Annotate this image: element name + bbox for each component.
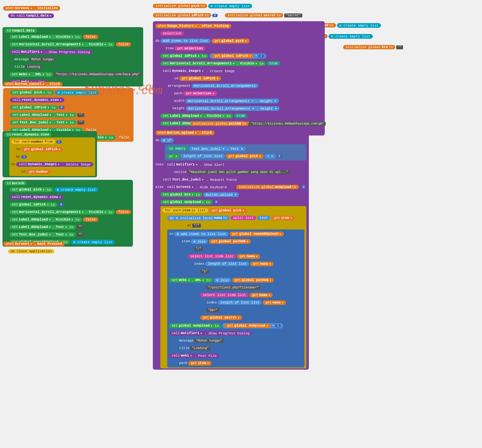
init-pathgb: initialize global pathGB to [190,121,249,126]
num-1-noupload: 1 [275,324,281,327]
get-global-idpick-pill: get global idPick ▾ [21,147,63,152]
get-idpick-id: get global idPick ▾ [179,76,221,81]
set-textbox-text-1: set Text_Box_judul ▾ . Text ▾ to [10,120,76,125]
init-global-secret: initialize global secret to [225,13,283,17]
set-web1-url2: set Web1 ▾ . URL ▾ to [169,278,213,283]
num-0-1: 0 [59,106,65,109]
create-empty-list2: ⚙ create empty list [54,187,98,192]
for-each-item: for each item in list [162,208,208,213]
loading-val2: "Loading" [190,346,210,350]
get-nama-len2: get nama ▾ [263,300,286,305]
in-label: in [169,232,173,236]
set-global-idpick-plus: set global idPick ▾ to [160,54,208,58]
set-textbox-text-2: set Text_Box_judul ▾ . Text ▾ to [9,232,76,237]
num-1-2: 1 [21,155,27,159]
init-global-pick-group: initialize global pick to ⚙ create empty… [153,2,252,9]
set-global-idpick-02: set global idPick ▾ to [9,202,57,207]
call-dynamic-delete: call Dynamic_Image1 ▾ . Delete Image [16,162,93,167]
when-imagepicker: when Image_Picker1 ▾ . After Picking [155,24,231,28]
when-btn-upload: when Button_upload ▾ . Click [155,130,215,135]
set-noupload-plus: set global noUpload ▾ to [169,323,221,328]
get-selection-pill: get selection [174,46,205,51]
do-call-tampil: do call tampil_data ▾ [8,13,54,18]
init-global-idpick: initialize global idPick to [153,13,211,17]
bp-str: "&p=" [207,308,219,312]
height-label-img: height [173,106,185,110]
empty-str-4: "" [77,233,84,237]
index-label2: index [207,301,217,304]
by-label: by [16,155,20,159]
call-notifier-show1: call Notifier1 ▾ . Show Progress Dialog [9,50,92,54]
message-label2: message [179,339,193,342]
set-label-text-1: set Label_GbUpload ▾ . Text ▾ to [10,113,76,117]
textbox-text-pill: Text_Box_judul ▾ . Text ▾ [189,146,246,151]
selection-badge: selection [160,31,184,36]
init-btn-group: initialize global btn to "" [343,44,403,51]
get-item-pill: get item ▾ [271,216,295,220]
get-pathgb-in: get global pathGB ▾ [209,239,251,244]
get-namagbupload: get global namaGBUpload ▾ [230,232,284,236]
horiz-arrangement-pill: Horizontal_Scroll_Arrangement1 [192,84,258,88]
call-web1-post: call Web1 ▾ . Post File [169,353,219,358]
false-val2: false [116,42,131,47]
get-global-pick-len: get global pick ▾ [226,154,264,159]
call-notifier-progress: call Notifier1 ▾ . Show Progress Dialog [169,331,252,336]
id-label-img: id [174,76,178,80]
init-global-pick: initialize global pick to [153,4,207,8]
init-noupload: initialize global noUpload to [236,185,299,189]
select-list-item1: select list item list [188,254,236,258]
length-list-pill: length of list list [181,154,225,158]
num-0-noupload2: 0 [213,200,219,204]
num-0-2: 0 [58,203,64,206]
empty-str-1: "" [77,113,84,117]
set-global-pick-empty1: set global pick ▾ to [10,90,54,95]
do-label-reset: do [11,162,15,166]
to-tampil-label: to tampil_data [4,28,37,33]
create-empty-list-pick: ⚙ create empty list [208,4,252,8]
false-val6: false [83,217,98,222]
when-screen1-init-group: when Screen1 ▾ . initialize do call tamp… [3,5,60,19]
horiz-height1: Horizontal_Scroll_Arrangement1 ▾ . Heigh… [185,99,279,103]
arrangement-label: arrangement [168,84,191,88]
str-1-val: "1" [200,269,209,273]
item-label-in: item [182,239,190,243]
init-noupload-group: initialize global noUpload to 0 [236,185,306,189]
set-label-text-2: set Label_GbUpload ▾ . Text ▾ to [9,225,76,229]
call-dynamic-create-img: call Dynamic_Image1 ▾ . Create Image [160,69,237,73]
title-label1: title [14,65,25,69]
create-empty-list-nama: ⚙ create empty list [337,23,381,28]
do-init-local-nama: do ⚙ initialize local nama to [167,216,230,220]
init-pathgb-group: initialize global pathGB to "https://kic… [190,120,326,127]
mohon-tunggu-val2: "Mohon tunggu" [194,339,224,343]
horiz-height2: Horizontal_Scroll_Arrangement1 ▾ . Heigh… [186,106,280,111]
get-global-pick-foreach: get global pick ▾ [209,208,247,213]
get-nama-len1: get nama ▾ [250,262,274,266]
when-btn-cancel: when Button_cancel ▾ . Click [3,82,62,86]
when-screen1-back-group: when Screen1 ▾ . Back Pressed do close a… [3,240,65,255]
text-label-pill: text [257,216,270,220]
id-label-reset: id [21,170,25,174]
to-bersih-group: to bersih set global pick ▾ to ⚙ create … [2,180,133,247]
set-horiz-visible-t1: set Horizontal_Scroll_Arrangement1 ▾ . V… [160,61,266,66]
width-label-img: width [174,99,184,103]
false-val4: false [116,135,132,140]
split-text-pill: split text [231,216,256,220]
if-pill: ⚙ if [160,138,173,143]
call-reset-dynamic2: call reset_dynamic_view ▾ [9,195,64,199]
set-horiz-visible-f1: set Horizontal_Scroll_Arrangement1 ▾ . V… [9,42,115,47]
url-val1: "https://kicinoku.000webhostapp.com/baca… [54,72,141,76]
num-1-idpick: 1 [258,54,264,58]
set-global-pick-empty2: set global pick ▾ to [9,187,53,192]
at-label: at [187,224,191,227]
do-label-upload: do [155,138,159,142]
path-label-img: path [174,91,182,95]
create-empty-list1: ⚙ create empty list [55,90,99,95]
num-1-1: 1 [56,140,62,144]
call-textbox-focus: call Text_Box_judul ▾ . Request Focus [160,177,239,182]
length-of-list-1: length of list list [205,262,249,266]
path-label-post: path [179,361,187,365]
get-global-secret: get global secret ▾ [200,315,242,320]
false-val5: false [116,210,131,214]
button-upload-ref: Button_upload ▾ [203,192,239,197]
secret-val: "secret" [284,13,302,17]
